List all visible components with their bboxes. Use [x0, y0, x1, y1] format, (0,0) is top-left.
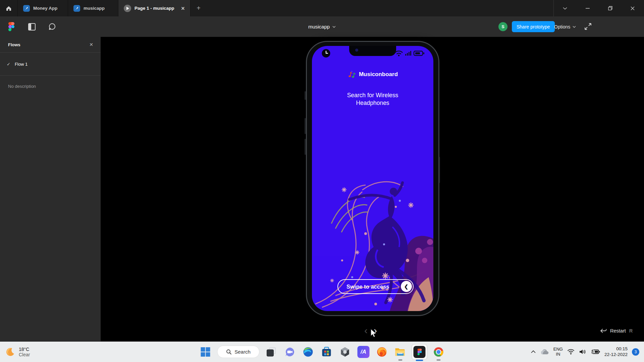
flows-panel-title: Flows — [8, 42, 20, 47]
taskbar-clock[interactable]: 00:15 22-12-2022 — [604, 346, 628, 358]
restart-arrow-icon — [600, 328, 607, 334]
status-clock-icon — [322, 49, 330, 59]
windows-logo-icon — [201, 347, 211, 357]
figma-logo-icon[interactable] — [7, 16, 16, 37]
tab-page1-musicapp-active[interactable]: Page 1 - musicapp ✕ — [118, 0, 191, 16]
tab-label: Money App — [33, 6, 57, 11]
weather-condition: Clear — [19, 352, 30, 357]
date: 22-12-2022 — [604, 352, 628, 358]
edge-browser-button[interactable] — [302, 345, 315, 359]
new-tab-button[interactable]: + — [191, 0, 207, 16]
teams-chat-icon — [284, 347, 295, 357]
firefox-button[interactable] — [375, 345, 389, 359]
tab-label: musicapp — [84, 6, 105, 11]
window-controls — [553, 0, 644, 16]
status-icons — [394, 49, 425, 59]
tab-label: Page 1 - musicapp — [135, 6, 174, 11]
previous-frame-button[interactable]: ‹ — [364, 325, 368, 336]
tab-money-app[interactable]: Money App — [18, 0, 68, 16]
weather-temperature: 18°C — [19, 347, 30, 352]
prototype-play-icon — [124, 5, 131, 12]
chrome-icon — [433, 347, 444, 357]
restart-shortcut-key: R — [629, 328, 633, 334]
onedrive-cloud-icon[interactable] — [540, 349, 549, 355]
figma-file-icon — [73, 5, 80, 12]
comment-icon[interactable] — [47, 16, 57, 37]
window-menu-chevron-icon[interactable] — [557, 0, 573, 16]
unity-hub-button[interactable] — [338, 345, 352, 359]
figma-file-icon — [23, 5, 30, 12]
microsoft-store-button[interactable] — [320, 345, 333, 359]
tray-chevron-up-icon[interactable] — [531, 350, 536, 353]
file-explorer-button[interactable] — [394, 345, 407, 359]
restore-button[interactable] — [602, 0, 618, 16]
home-tab[interactable] — [0, 0, 18, 16]
restart-control[interactable]: Restart R — [600, 328, 633, 334]
chevron-down-icon — [332, 26, 336, 28]
close-flows-panel-icon[interactable]: ✕ — [89, 42, 93, 47]
onboarding-heading: Search for Wireless Headphones — [312, 92, 433, 107]
restart-label: Restart — [610, 328, 626, 334]
fullscreen-expand-icon[interactable] — [584, 23, 592, 32]
search-label: Search — [234, 349, 251, 355]
time: 00:15 — [604, 346, 628, 352]
titlebar: Money App musicapp Page 1 - musicapp ✕ + — [0, 0, 644, 16]
chrome-button[interactable] — [432, 345, 445, 359]
check-icon: ✓ — [7, 62, 10, 67]
swipe-chevron-left-icon[interactable]: ❮ — [401, 281, 412, 292]
minimize-button[interactable] — [580, 0, 595, 16]
firefox-icon — [377, 347, 387, 357]
battery-charging-icon[interactable] — [591, 349, 600, 355]
volume-icon[interactable] — [579, 349, 586, 355]
notification-badge[interactable]: 3 — [632, 348, 639, 356]
sidebar-toggle-icon[interactable] — [27, 16, 37, 37]
a-slash-app-icon: /A — [358, 346, 370, 358]
document-title: musicapp — [308, 24, 330, 29]
swipe-to-access-button[interactable]: Swipe to access ❮ — [337, 279, 414, 294]
windows-taskbar: 18°C Clear Search — [0, 342, 644, 362]
tab-musicapp[interactable]: musicapp — [68, 0, 118, 16]
taskbar-search[interactable]: Search — [217, 346, 260, 358]
chevron-down-icon — [573, 26, 576, 28]
flow-item-flow1[interactable]: ✓ Flow 1 — [0, 53, 101, 76]
edge-icon — [303, 347, 314, 357]
swipe-label: Swipe to access — [346, 284, 389, 290]
search-icon — [226, 349, 231, 355]
battery-icon — [414, 51, 424, 56]
document-title-dropdown[interactable]: musicapp — [308, 16, 336, 37]
mouse-cursor — [370, 329, 377, 339]
share-prototype-button[interactable]: Share prototype — [512, 21, 555, 32]
start-button[interactable] — [199, 345, 212, 359]
figma-app-button-active[interactable] — [412, 345, 427, 359]
figma-app-icon — [417, 349, 422, 355]
task-view-icon — [266, 347, 277, 357]
options-button[interactable]: Options — [554, 21, 576, 32]
a-slash-app-button[interactable]: /A — [357, 345, 370, 359]
phone-screen: Musiconboard Search for Wireless Headpho… — [306, 41, 439, 316]
home-icon — [6, 5, 12, 11]
phone-camera-icon — [355, 49, 358, 52]
microsoft-store-icon — [321, 347, 332, 357]
hexagon-app-icon — [340, 347, 351, 357]
task-view-button[interactable] — [265, 345, 278, 359]
flow-description: No description — [0, 76, 101, 97]
wifi-tray-icon[interactable] — [567, 349, 575, 355]
flow-name: Flow 1 — [15, 62, 28, 67]
phone-notch — [349, 46, 396, 56]
cellular-signal-icon — [405, 51, 411, 56]
weather-widget[interactable]: 18°C Clear — [5, 342, 30, 362]
flows-sidebar: Flows ✕ ✓ Flow 1 No description — [0, 37, 101, 341]
teams-chat-button[interactable] — [283, 345, 297, 359]
moon-weather-icon — [5, 347, 15, 357]
prototype-toolbar: musicapp S Share prototype Options — [0, 16, 644, 37]
options-label: Options — [554, 24, 570, 29]
tab-close-icon[interactable]: ✕ — [181, 6, 185, 11]
app-brand: Musiconboard — [312, 70, 433, 79]
close-window-button[interactable] — [625, 0, 640, 16]
app-brand-name: Musiconboard — [359, 71, 398, 78]
music-notes-icon — [347, 70, 356, 79]
dancer-artwork — [312, 46, 433, 311]
language-indicator[interactable]: ENG IN — [553, 347, 563, 357]
avatar[interactable]: S — [498, 22, 507, 31]
file-explorer-icon — [395, 347, 406, 357]
